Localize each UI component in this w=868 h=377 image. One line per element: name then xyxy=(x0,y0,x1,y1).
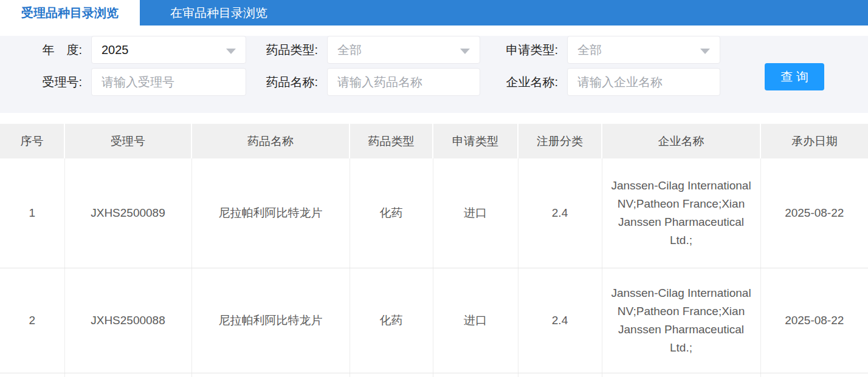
chevron-down-icon xyxy=(226,49,236,54)
cell-seq: 1 xyxy=(0,158,64,268)
cell-drug-name: 尼拉帕利阿比特龙片 xyxy=(191,268,350,373)
company-name-label: 企业名称: xyxy=(480,68,567,96)
table-row: 2 JXHS2500088 尼拉帕利阿比特龙片 化药 进口 2.4 Jansse… xyxy=(0,268,868,373)
col-header-reg-class: 注册分类 xyxy=(518,124,602,158)
tab-label: 在审品种目录浏览 xyxy=(170,5,267,21)
drug-type-label: 药品类型: xyxy=(246,36,327,64)
chevron-down-icon xyxy=(460,49,470,54)
col-header-seq: 序号 xyxy=(0,124,64,158)
cell-company: Janssen-Cilag International NV;Patheon F… xyxy=(602,268,760,373)
apply-type-label: 申请类型: xyxy=(480,36,567,64)
table-row: 1 JXHS2500089 尼拉帕利阿比特龙片 化药 进口 2.4 Jansse… xyxy=(0,158,868,268)
cell-drug-type xyxy=(350,373,433,377)
col-header-apply-type: 申请类型 xyxy=(433,124,518,158)
cell-date: 2025-08-22 xyxy=(760,268,868,373)
cell-company: Janssen-Cilag International NV;Patheon F… xyxy=(602,158,760,268)
cell-date xyxy=(760,373,868,377)
drug-name-input[interactable] xyxy=(337,69,470,95)
filter-panel: 年 度: 2025 药品类型: 全部 申请类型: 全部 受理号: 药品名称: xyxy=(0,36,868,113)
cell-apply-type: 进口 xyxy=(433,158,518,268)
drug-type-select-value: 全部 xyxy=(337,42,362,58)
cell-apply-type: 进口 xyxy=(433,268,518,373)
drug-type-select[interactable]: 全部 xyxy=(327,36,480,64)
cell-apply-type xyxy=(433,373,518,377)
year-select-value: 2025 xyxy=(102,43,129,57)
cell-seq: 2 xyxy=(0,268,64,373)
cell-drug-name: 尼拉帕利阿比特龙片 xyxy=(191,158,350,268)
cell-accept-no xyxy=(64,373,191,377)
search-button[interactable]: 查询 xyxy=(765,63,824,90)
cell-seq xyxy=(0,373,64,377)
year-select[interactable]: 2025 xyxy=(91,36,246,64)
results-table: 序号 受理号 药品名称 药品类型 申请类型 注册分类 企业名称 承办日期 1 J… xyxy=(0,124,868,377)
cell-reg-class: 2.4 xyxy=(518,268,602,373)
cell-date: 2025-08-22 xyxy=(760,158,868,268)
col-header-drug-type: 药品类型 xyxy=(350,124,433,158)
company-name-field-wrap xyxy=(567,68,720,96)
cell-accept-no: JXHS2500088 xyxy=(64,268,191,373)
tab-accepted-catalog[interactable]: 受理品种目录浏览 xyxy=(0,0,140,25)
tab-bar: 受理品种目录浏览 在审品种目录浏览 xyxy=(0,0,868,25)
cell-accept-no: JXHS2500089 xyxy=(64,158,191,268)
table-header: 序号 受理号 药品名称 药品类型 申请类型 注册分类 企业名称 承办日期 xyxy=(0,124,868,158)
cell-company xyxy=(602,373,760,377)
year-label: 年 度: xyxy=(0,36,91,64)
accept-no-label: 受理号: xyxy=(0,68,91,96)
tab-label: 受理品种目录浏览 xyxy=(21,5,119,21)
drug-name-field-wrap xyxy=(327,68,480,96)
table-body: 1 JXHS2500089 尼拉帕利阿比特龙片 化药 进口 2.4 Jansse… xyxy=(0,158,868,377)
table-row xyxy=(0,373,868,377)
cell-reg-class xyxy=(518,373,602,377)
accept-no-input[interactable] xyxy=(102,69,236,95)
accept-no-field-wrap xyxy=(91,68,246,96)
cell-drug-type: 化药 xyxy=(350,158,433,268)
col-header-drug-name: 药品名称 xyxy=(191,124,350,158)
apply-type-select[interactable]: 全部 xyxy=(567,36,720,64)
chevron-down-icon xyxy=(700,49,710,54)
col-header-company: 企业名称 xyxy=(602,124,760,158)
drug-name-label: 药品名称: xyxy=(246,68,327,96)
cell-reg-class: 2.4 xyxy=(518,158,602,268)
cell-drug-type: 化药 xyxy=(350,268,433,373)
col-header-date: 承办日期 xyxy=(760,124,868,158)
tab-under-review-catalog[interactable]: 在审品种目录浏览 xyxy=(140,0,298,25)
col-header-accept-no: 受理号 xyxy=(64,124,191,158)
company-name-input[interactable] xyxy=(577,69,710,95)
accepted-catalog-page: 受理品种目录浏览 在审品种目录浏览 年 度: 2025 药品类型: 全部 申请类… xyxy=(0,0,868,377)
apply-type-select-value: 全部 xyxy=(577,42,602,58)
cell-drug-name xyxy=(191,373,350,377)
